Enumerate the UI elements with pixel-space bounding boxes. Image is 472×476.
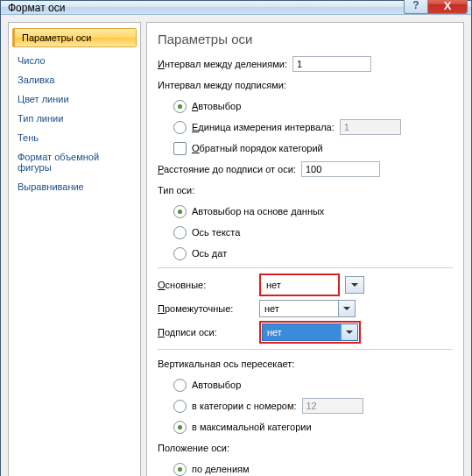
input-vaxis-cat — [302, 398, 363, 414]
sidebar-item-alignment[interactable]: Выравнивание — [9, 177, 140, 196]
check-reverse[interactable] — [173, 142, 187, 155]
label-ticks-labels: Подписи оси: — [158, 327, 254, 337]
help-button[interactable]: ? — [404, 0, 427, 14]
sidebar-item-fill[interactable]: Заливка — [9, 70, 140, 89]
label-axistype: Тип оси: — [158, 185, 194, 195]
row-vaxis-max: в максимальной категории — [173, 418, 453, 436]
radio-vaxis-cat[interactable] — [173, 400, 187, 413]
highlight-major-value: нет — [259, 274, 340, 296]
combo-major-value: нет — [262, 280, 337, 290]
sidebar: Параметры оси Число Заливка Цвет линии Т… — [8, 22, 141, 476]
row-ticks-labels: Подписи оси: нет — [158, 321, 453, 344]
row-interval-sig-label: Интервал между подписями: — [158, 76, 453, 94]
chevron-down-icon — [346, 277, 363, 293]
row-interval-div: Интервал между делениями: — [158, 55, 453, 73]
label-distance: Расстояние до подписи от оси: — [158, 164, 296, 174]
row-ticks-major: Основные: нет — [158, 274, 453, 296]
row-pos-bydiv: по делениям — [173, 460, 453, 476]
row-vaxis-label: Вертикальная ось пересекает: — [158, 355, 453, 373]
row-axistype-label: Тип оси: — [158, 181, 453, 199]
radio-vaxis-max[interactable] — [173, 421, 187, 434]
row-distance: Расстояние до подписи от оси: — [158, 160, 453, 178]
combo-minor[interactable]: нет — [259, 300, 356, 317]
sidebar-item-shadow[interactable]: Тень — [9, 128, 140, 147]
row-vaxis-auto: Автовыбор — [173, 376, 453, 394]
label-interval-auto: Автовыбор — [192, 101, 241, 111]
row-interval-unit: Единица измерения интервала: — [173, 118, 453, 136]
sidebar-item-3d-format[interactable]: Формат объемной фигуры — [9, 147, 140, 177]
window-title: Формат оси — [8, 2, 65, 14]
input-interval-div[interactable] — [292, 56, 371, 72]
main-panel: Параметры оси Интервал между делениями: … — [146, 22, 464, 476]
dialog-window: Формат оси ? X Параметры оси Число Залив… — [0, 0, 472, 476]
row-ticks-minor: Промежуточные: нет — [158, 300, 453, 317]
combo-labels-value: нет — [263, 327, 341, 337]
separator — [158, 349, 453, 350]
row-vaxis-cat: в категории с номером: — [173, 397, 453, 415]
label-ticks-major: Основные: — [158, 280, 254, 290]
label-vaxis-cat: в категории с номером: — [192, 401, 297, 411]
label-pos: Положение оси: — [158, 443, 229, 453]
label-vaxis-auto: Автовыбор — [192, 380, 241, 390]
combo-labels[interactable]: нет — [262, 323, 358, 341]
label-ticks-minor: Промежуточные: — [158, 303, 254, 314]
label-interval-div: Интервал между делениями: — [158, 59, 287, 69]
input-interval-unit — [340, 119, 401, 135]
highlight-labels-combo: нет — [259, 321, 361, 344]
label-axistype-date: Ось дат — [192, 248, 227, 259]
dialog-body: Параметры оси Число Заливка Цвет линии Т… — [1, 15, 471, 476]
label-vaxis: Вертикальная ось пересекает: — [158, 359, 294, 369]
sidebar-item-line-type[interactable]: Тип линии — [9, 109, 140, 128]
label-axistype-auto: Автовыбор на основе данных — [192, 206, 324, 217]
combo-minor-value: нет — [260, 303, 338, 314]
row-axistype-text: Ось текста — [173, 224, 453, 241]
row-reverse: Обратный порядок категорий — [173, 139, 453, 157]
chevron-down-icon — [338, 301, 355, 316]
label-interval-sig: Интервал между подписями: — [158, 80, 286, 90]
window-close-button[interactable]: X — [427, 0, 468, 14]
label-axistype-text: Ось текста — [192, 227, 240, 238]
titlebar: Формат оси ? X — [1, 1, 471, 15]
label-vaxis-max: в максимальной категории — [192, 422, 312, 432]
sidebar-item-number[interactable]: Число — [9, 51, 140, 70]
panel-heading: Параметры оси — [158, 32, 453, 46]
input-distance[interactable] — [301, 161, 380, 177]
radio-interval-auto[interactable] — [173, 100, 187, 113]
radio-vaxis-auto[interactable] — [173, 379, 187, 392]
row-pos-label: Положение оси: — [158, 439, 453, 457]
row-axistype-auto: Автовыбор на основе данных — [173, 202, 453, 220]
label-interval-unit: Единица измерения интервала: — [192, 122, 335, 132]
label-pos-bydiv: по делениям — [192, 464, 250, 474]
radio-pos-bydiv[interactable] — [173, 463, 187, 476]
combo-major-arrow[interactable] — [345, 276, 364, 294]
radio-interval-unit[interactable] — [173, 121, 187, 134]
radio-axistype-auto[interactable] — [173, 205, 187, 218]
radio-axistype-date[interactable] — [173, 247, 187, 260]
separator — [158, 267, 453, 268]
row-interval-sig-auto: Автовыбор — [173, 97, 453, 115]
label-reverse: Обратный порядок категорий — [192, 143, 323, 153]
sidebar-item-line-color[interactable]: Цвет линии — [9, 89, 140, 109]
chevron-down-icon — [341, 324, 357, 340]
row-axistype-date: Ось дат — [173, 245, 453, 262]
sidebar-item-axis-params[interactable]: Параметры оси — [12, 28, 137, 47]
radio-axistype-text[interactable] — [173, 226, 187, 239]
